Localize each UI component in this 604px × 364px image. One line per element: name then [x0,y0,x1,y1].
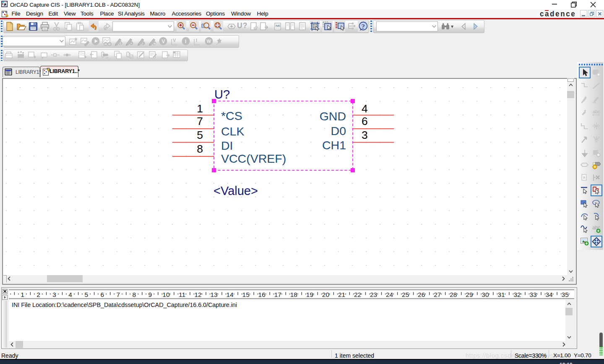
svg-text:13: 13 [210,291,217,298]
svg-text:18: 18 [290,291,297,298]
svg-text:10: 10 [162,291,170,298]
svg-text:12: 12 [194,291,201,298]
svg-text:19: 19 [306,291,313,298]
svg-text:5: 5 [197,129,203,141]
svg-text:5: 5 [84,291,88,298]
svg-text:11: 11 [179,291,185,298]
svg-text:1: 1 [21,291,24,298]
svg-text:16: 16 [258,291,266,298]
svg-text:abc: abc [593,109,600,114]
svg-text:NE: NE [276,24,281,28]
svg-text:D0: D0 [331,124,346,138]
svg-text:3: 3 [52,291,56,298]
svg-text:25: 25 [402,291,409,298]
svg-text:27: 27 [434,291,441,298]
svg-text:V: V [173,38,176,43]
svg-text:24: 24 [386,291,393,298]
svg-text:0: 0 [120,42,121,45]
svg-text:7: 7 [197,115,203,127]
svg-text:?: ? [362,23,365,31]
svg-text:26: 26 [418,291,425,298]
svg-text:<Value>: <Value> [213,184,258,198]
svg-text:CH1: CH1 [322,138,346,152]
svg-text:+: + [130,42,132,45]
svg-text:35: 35 [562,291,569,298]
svg-text:20: 20 [322,291,330,298]
svg-text:*CS: *CS [221,109,242,122]
svg-text:22: 22 [354,291,361,298]
svg-text:30: 30 [482,291,489,298]
svg-text:4: 4 [68,291,72,298]
svg-text:V: V [162,39,165,44]
svg-text:6: 6 [362,115,368,127]
svg-text:CLK: CLK [221,125,244,138]
svg-text:9: 9 [148,291,152,298]
svg-text:28: 28 [450,291,457,298]
svg-text:32: 32 [513,291,521,298]
svg-text:33: 33 [529,291,536,298]
svg-text:U?: U? [214,88,230,101]
svg-text:I: I [185,39,186,44]
svg-text:w: w [153,42,156,45]
svg-text:VCC(VREF): VCC(VREF) [221,152,286,165]
svg-text:31: 31 [497,291,505,298]
svg-text:8: 8 [197,143,203,155]
svg-text:W: W [207,39,211,44]
svg-text:1: 1 [197,102,203,115]
svg-text:3: 3 [362,129,368,141]
svg-text:17: 17 [274,291,281,298]
svg-text:15: 15 [242,291,250,298]
svg-text:DI: DI [221,139,233,152]
svg-text:21: 21 [338,291,345,298]
svg-text:34: 34 [545,291,553,298]
svg-text:6: 6 [100,291,104,298]
svg-text:I: I [142,42,143,45]
svg-text:29: 29 [466,291,473,298]
svg-text:I: I [196,38,197,43]
svg-text:8: 8 [132,291,136,298]
svg-text:14: 14 [226,291,234,298]
svg-text:GND: GND [320,109,346,123]
svg-text:4: 4 [362,102,368,115]
svg-text:7: 7 [116,291,120,298]
svg-text:2: 2 [36,291,40,298]
svg-text:23: 23 [370,291,377,298]
